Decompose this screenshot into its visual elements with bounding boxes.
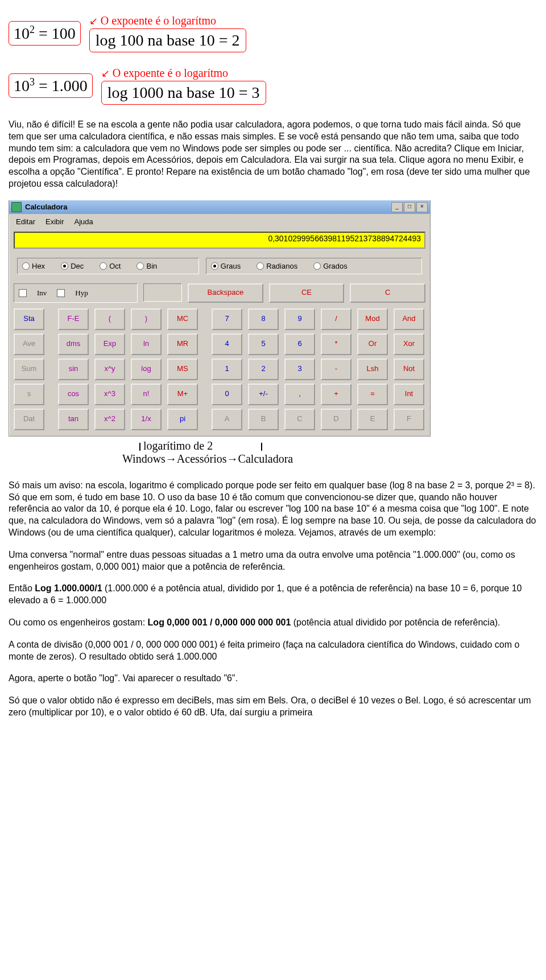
menu-ajuda[interactable]: Ajuda — [74, 217, 93, 226]
key-[interactable]: ) — [131, 308, 162, 330]
window-controls: _ □ × — [391, 202, 428, 212]
radio-bullet[interactable] — [100, 262, 107, 270]
key-s[interactable]: s — [14, 384, 44, 405]
key-int[interactable]: Int — [394, 384, 424, 405]
annotation-stack-2: ↙ O expoente é o logarítmo log 1000 na b… — [101, 67, 266, 105]
radio-label: Radianos — [266, 262, 297, 270]
key-c[interactable]: C — [284, 409, 315, 430]
paragraph-3: Uma conversa "normal" entre duas pessoas… — [9, 549, 537, 573]
radio-grados[interactable]: Grados — [313, 262, 348, 270]
key-xor[interactable]: Xor — [394, 333, 424, 355]
radio-bin[interactable]: Bin — [136, 262, 157, 270]
key-3[interactable]: 3 — [284, 359, 315, 380]
minimize-button[interactable]: _ — [391, 202, 403, 212]
mode-row: HexDecOctBin GrausRadianosGrados — [17, 258, 422, 274]
app-icon — [11, 202, 22, 212]
key-[interactable]: * — [321, 333, 351, 355]
key-7[interactable]: 7 — [212, 308, 242, 330]
bold-log-1: Log 1.000.000/1 — [35, 583, 102, 593]
radio-bullet[interactable] — [211, 262, 218, 270]
radio-bullet[interactable] — [136, 262, 144, 270]
key-n[interactable]: n! — [131, 384, 162, 405]
key-x2[interactable]: x^2 — [94, 409, 125, 430]
key-sin[interactable]: sin — [58, 359, 89, 380]
key-8[interactable]: 8 — [248, 308, 279, 330]
diagram-row-1: 102 = 100 ↙ O expoente é o logarítmo log… — [9, 14, 537, 52]
diagram-row-2: 103 = 1.000 ↙ O expoente é o logarítmo l… — [9, 67, 537, 105]
key-b[interactable]: B — [248, 409, 279, 430]
key-[interactable]: +/- — [248, 384, 279, 405]
c-button[interactable]: C — [350, 283, 425, 303]
key-d[interactable]: D — [321, 409, 351, 430]
key-exp[interactable]: Exp — [94, 333, 125, 355]
key-f[interactable]: F — [394, 409, 424, 430]
close-button[interactable]: × — [416, 202, 428, 212]
key-mod[interactable]: Mod — [357, 308, 388, 330]
memory-indicator — [143, 283, 182, 302]
key-[interactable]: - — [321, 359, 351, 380]
key-e[interactable]: E — [357, 409, 388, 430]
key-and[interactable]: And — [394, 308, 424, 330]
paragraph-8: Só que o valor obtido não é expresso em … — [9, 695, 537, 719]
arrow-icon: ↙ — [89, 15, 98, 27]
key-1x[interactable]: 1/x — [131, 409, 162, 430]
key-[interactable]: = — [357, 384, 388, 405]
key-tan[interactable]: tan — [58, 409, 89, 430]
key-2[interactable]: 2 — [248, 359, 279, 380]
key-ln[interactable]: ln — [131, 333, 162, 355]
callout-log2: logarítimo de 2 — [139, 439, 537, 452]
key-pi[interactable]: pi — [167, 409, 198, 430]
menu-exibir[interactable]: Exibir — [46, 217, 64, 226]
inv-hyp-group: Inv Hyp — [14, 283, 138, 303]
radio-dec[interactable]: Dec — [61, 262, 84, 270]
key-not[interactable]: Not — [394, 359, 424, 380]
backspace-button[interactable]: Backspace — [188, 283, 263, 303]
key-sum[interactable]: Sum — [14, 359, 44, 380]
menu-editar[interactable]: Editar — [16, 217, 35, 226]
maximize-button[interactable]: □ — [404, 202, 415, 212]
radio-bullet[interactable] — [22, 262, 30, 270]
key-m[interactable]: M+ — [167, 384, 198, 405]
key-fe[interactable]: F-E — [58, 308, 89, 330]
key-or[interactable]: Or — [357, 333, 388, 355]
key-[interactable]: / — [321, 308, 351, 330]
key-dms[interactable]: dms — [58, 333, 89, 355]
exponent-box-1: 102 = 100 — [9, 21, 81, 46]
key-xy[interactable]: x^y — [94, 359, 125, 380]
key-[interactable]: ( — [94, 308, 125, 330]
radio-bullet[interactable] — [257, 262, 264, 270]
radio-oct[interactable]: Oct — [100, 262, 121, 270]
key-a[interactable]: A — [212, 409, 242, 430]
key-1[interactable]: 1 — [212, 359, 242, 380]
annotation-stack-1: ↙ O expoente é o logarítmo log 100 na ba… — [89, 14, 246, 52]
key-[interactable]: , — [284, 384, 315, 405]
radio-radianos[interactable]: Radianos — [257, 262, 297, 270]
key-log[interactable]: log — [131, 359, 162, 380]
key-ms[interactable]: MS — [167, 359, 198, 380]
titlebar: Calculadora _ □ × — [9, 200, 430, 214]
radio-graus[interactable]: Graus — [211, 262, 241, 270]
key-lsh[interactable]: Lsh — [357, 359, 388, 380]
key-4[interactable]: 4 — [212, 333, 242, 355]
key-mc[interactable]: MC — [167, 308, 198, 330]
key-cos[interactable]: cos — [58, 384, 89, 405]
inv-checkbox[interactable] — [19, 289, 27, 297]
radio-bullet[interactable] — [61, 262, 68, 270]
radio-bullet[interactable] — [313, 262, 321, 270]
key-[interactable]: + — [321, 384, 351, 405]
annotation-text: ↙ O expoente é o logarítmo — [89, 14, 246, 27]
key-sta[interactable]: Sta — [14, 308, 44, 330]
angle-group: GrausRadianosGrados — [206, 258, 422, 274]
key-ave[interactable]: Ave — [14, 333, 44, 355]
key-mr[interactable]: MR — [167, 333, 198, 355]
key-x3[interactable]: x^3 — [94, 384, 125, 405]
hyp-checkbox[interactable] — [57, 289, 65, 297]
key-0[interactable]: 0 — [212, 384, 242, 405]
display: 0,301029995663981195213738894724493 — [14, 232, 425, 249]
key-9[interactable]: 9 — [284, 308, 315, 330]
key-dat[interactable]: Dat — [14, 409, 44, 430]
radio-hex[interactable]: Hex — [22, 262, 45, 270]
key-6[interactable]: 6 — [284, 333, 315, 355]
key-5[interactable]: 5 — [248, 333, 279, 355]
ce-button[interactable]: CE — [269, 283, 345, 303]
